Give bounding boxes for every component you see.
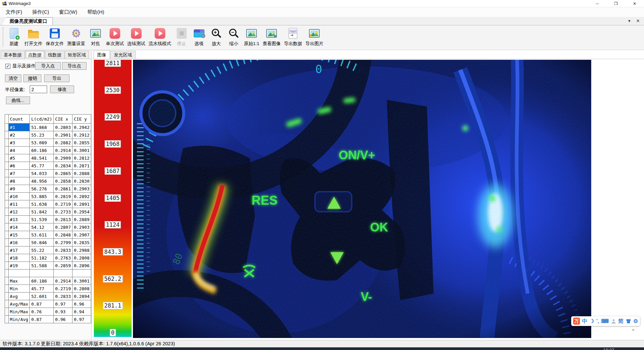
ime-more-icon[interactable]: ⌄ bbox=[631, 326, 635, 332]
row-gutter[interactable] bbox=[5, 216, 9, 223]
table-cell[interactable]: #13 bbox=[8, 216, 30, 223]
table-cell[interactable]: 0.2894 bbox=[72, 293, 91, 300]
row-gutter[interactable] bbox=[5, 223, 9, 231]
export-image-button[interactable]: ➜ 导出图片 bbox=[304, 25, 325, 47]
table-cell[interactable]: 0.2719 bbox=[54, 200, 72, 208]
continuous-test-button[interactable]: 连续测试 bbox=[126, 25, 147, 47]
row-gutter[interactable] bbox=[5, 270, 9, 277]
table-row[interactable]: #1251.8420.27330.2954 bbox=[5, 208, 91, 216]
table-row[interactable]: Min/Max0.760.930.94 bbox=[5, 308, 91, 316]
night-mode-icon[interactable]: ☽ bbox=[589, 319, 594, 324]
col-count[interactable]: Count bbox=[8, 115, 30, 124]
table-cell[interactable]: #11 bbox=[8, 200, 30, 208]
table-cell[interactable]: #19 bbox=[8, 262, 30, 270]
table-row[interactable]: #151.8680.28030.2942 bbox=[5, 124, 91, 131]
row-gutter[interactable] bbox=[5, 147, 9, 154]
table-cell[interactable]: 0.2954 bbox=[72, 208, 91, 216]
table-cell[interactable]: 0.2833 bbox=[54, 246, 72, 254]
table-cell[interactable]: #17 bbox=[8, 246, 30, 254]
table-cell[interactable]: 0.87 bbox=[30, 316, 54, 323]
table-cell[interactable]: 50.846 bbox=[30, 239, 54, 246]
zoom-in-button[interactable]: + 放大 bbox=[208, 25, 225, 47]
row-gutter[interactable] bbox=[5, 316, 9, 323]
table-cell[interactable]: 0.2903 bbox=[72, 223, 91, 231]
row-gutter[interactable] bbox=[5, 239, 9, 246]
table-cell[interactable]: 45.77 bbox=[30, 285, 54, 293]
col-luminance[interactable]: L(cd/m2) bbox=[30, 115, 54, 124]
table-cell[interactable]: 0.96 bbox=[72, 300, 91, 308]
menu-file[interactable]: 文件(F) bbox=[1, 8, 26, 17]
row-gutter[interactable] bbox=[5, 285, 9, 293]
table-cell[interactable]: 0.2812 bbox=[72, 154, 91, 162]
pipeline-mode-button[interactable]: 流水线模式 bbox=[147, 25, 173, 47]
curve-button[interactable]: 曲线... bbox=[6, 97, 30, 104]
table-cell[interactable]: 0.2808 bbox=[72, 254, 91, 262]
row-gutter[interactable] bbox=[5, 124, 9, 131]
row-gutter[interactable] bbox=[5, 277, 9, 285]
table-cell[interactable]: 0.97 bbox=[54, 300, 72, 308]
table-cell[interactable]: #18 bbox=[8, 254, 30, 262]
row-gutter[interactable] bbox=[5, 177, 9, 185]
table-cell[interactable]: Max bbox=[8, 277, 30, 285]
row-gutter[interactable] bbox=[5, 185, 9, 193]
table-row[interactable]: #1151.6380.27190.2891 bbox=[5, 200, 91, 208]
simplified-icon[interactable]: 简 bbox=[618, 319, 624, 324]
table-cell[interactable]: 0.2763 bbox=[54, 254, 72, 262]
tab-point-data[interactable]: 点数据 bbox=[25, 50, 45, 58]
table-cell[interactable]: 56.276 bbox=[30, 185, 54, 193]
table-cell[interactable]: 0.2896 bbox=[72, 262, 91, 270]
table-cell[interactable]: 51.539 bbox=[30, 216, 54, 223]
table-cell[interactable]: 53.611 bbox=[30, 231, 54, 239]
open-file-button[interactable]: 打开文件 bbox=[23, 25, 44, 47]
table-cell[interactable]: 0.2892 bbox=[72, 193, 91, 200]
table-cell[interactable]: 0.2858 bbox=[54, 177, 72, 185]
undo-button[interactable]: 撤销 bbox=[23, 74, 41, 82]
row-gutter[interactable] bbox=[5, 170, 9, 177]
chinese-mode-icon[interactable]: 中 bbox=[582, 319, 587, 324]
table-cell[interactable]: Avg/Max bbox=[8, 300, 30, 308]
table-cell[interactable]: 54.12 bbox=[30, 223, 54, 231]
row-gutter[interactable] bbox=[5, 208, 9, 216]
table-cell[interactable]: 0.2942 bbox=[72, 124, 91, 131]
table-cell[interactable]: 60.186 bbox=[30, 147, 54, 154]
table-row[interactable]: #255.230.29010.2912 bbox=[5, 131, 91, 139]
table-cell[interactable]: 52.601 bbox=[30, 293, 54, 300]
tab-rect-region[interactable]: 矩形区域 bbox=[65, 51, 89, 59]
table-cell[interactable]: 0.2891 bbox=[72, 200, 91, 208]
options-button[interactable]: ⚙ 选项 bbox=[190, 25, 208, 47]
save-file-button[interactable]: 保存文件 bbox=[44, 25, 65, 47]
row-gutter[interactable] bbox=[5, 300, 9, 308]
table-cell[interactable]: 48.956 bbox=[30, 177, 54, 185]
table-cell[interactable]: 0.2799 bbox=[54, 239, 72, 246]
table-cell[interactable]: #9 bbox=[8, 185, 30, 193]
table-row[interactable]: #1851.1820.27630.2808 bbox=[5, 254, 91, 262]
table-cell[interactable]: #6 bbox=[8, 162, 30, 170]
table-row[interactable]: #353.0890.28820.2855 bbox=[5, 139, 91, 147]
table-cell[interactable]: #3 bbox=[8, 139, 30, 147]
table-cell[interactable]: 51.638 bbox=[30, 200, 54, 208]
row-gutter[interactable] bbox=[5, 246, 9, 254]
thermal-image[interactable]: ON/V+ RES OK V- 0 80 bbox=[133, 60, 591, 338]
clear-button[interactable]: 清空 bbox=[5, 74, 21, 82]
table-cell[interactable]: Min/Avg bbox=[8, 316, 30, 323]
export-data-button[interactable]: TXT➜ 导出数据 bbox=[282, 25, 304, 47]
table-row[interactable]: #1454.120.28070.2903 bbox=[5, 223, 91, 231]
zoom-out-button[interactable]: − 缩小 bbox=[225, 25, 243, 47]
table-row[interactable]: #1553.6110.28480.2907 bbox=[5, 231, 91, 239]
table-cell[interactable]: 55.23 bbox=[30, 131, 54, 139]
table-cell[interactable]: 0.2733 bbox=[54, 208, 72, 216]
taskbar-sliver[interactable]: 10:27 bbox=[0, 347, 644, 350]
table-cell[interactable]: #7 bbox=[8, 170, 30, 177]
table-cell[interactable]: 0.2834 bbox=[54, 162, 72, 170]
original-1to1-button[interactable]: 原始1:1 bbox=[243, 25, 261, 47]
row-gutter[interactable] bbox=[5, 193, 9, 200]
table-cell[interactable]: 0.97 bbox=[72, 316, 91, 323]
table-cell[interactable]: 0.2914 bbox=[54, 277, 72, 285]
table-cell[interactable]: 0.3001 bbox=[72, 277, 91, 285]
table-cell[interactable]: 0.2988 bbox=[72, 246, 91, 254]
export-button[interactable]: 导出 bbox=[44, 74, 69, 82]
single-test-button[interactable]: 单次测试 bbox=[104, 25, 126, 47]
table-cell[interactable]: 0.87 bbox=[30, 300, 54, 308]
table-cell[interactable]: Min/Max bbox=[8, 308, 30, 316]
table-row[interactable]: #460.1860.29140.3001 bbox=[5, 147, 91, 154]
